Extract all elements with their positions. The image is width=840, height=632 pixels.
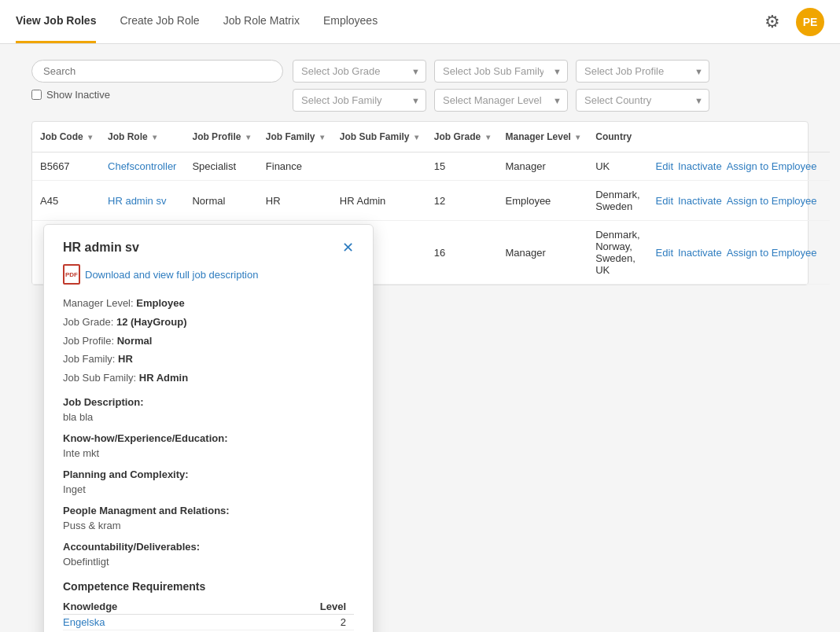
select-job-sub-family-wrap: Select Job Sub Family ▼ — [434, 60, 568, 83]
col-country: Country — [588, 122, 647, 152]
download-link[interactable]: Download and view full job description — [85, 269, 258, 281]
cell-manager-level: Manager — [498, 221, 588, 285]
user-avatar[interactable]: PE — [796, 8, 824, 36]
action-assign-to-employee[interactable]: Assign to Employee — [727, 195, 817, 207]
table-header: Job Code ▾ Job Role ▾ Job Profile ▾ Job … — [32, 122, 830, 152]
select-country[interactable]: Select Country — [576, 89, 709, 112]
filter-bar: Show Inactive Select Job Grade ▼ Select … — [31, 60, 809, 112]
action-inactivate[interactable]: Inactivate — [678, 247, 722, 259]
col-actions — [648, 122, 830, 152]
popup-meta: Manager Level: EmployeeJob Grade: 12 (Ha… — [63, 296, 354, 301]
cell-actions: EditInactivateAssign to Employee — [648, 221, 830, 285]
select-job-grade[interactable]: Select Job Grade — [293, 60, 426, 83]
sort-icon: ▾ — [246, 133, 250, 141]
nav-employees[interactable]: Employees — [323, 0, 378, 43]
cell-actions: EditInactivateAssign to Employee — [648, 181, 830, 221]
nav-right: ⚙ PE — [761, 8, 824, 36]
job-role-link[interactable]: HR admin sv — [108, 195, 166, 207]
select-job-profile[interactable]: Select Job Profile — [576, 60, 709, 83]
popup-title: HR admin sv — [63, 241, 139, 255]
cell-job-grade: 12 — [426, 181, 498, 221]
cell-job-grade: 15 — [426, 152, 498, 181]
sort-icon: ▾ — [88, 133, 92, 141]
select-job-grade-wrap: Select Job Grade ▼ — [293, 60, 426, 83]
sort-icon: ▾ — [153, 133, 157, 141]
show-inactive-checkbox[interactable] — [31, 90, 42, 100]
popup-download-row: PDF Download and view full job descripti… — [63, 264, 354, 285]
select-country-wrap: Select Country ▼ — [576, 89, 709, 112]
col-manager-level[interactable]: Manager Level ▾ — [498, 122, 588, 152]
top-navigation: View Job Roles Create Job Role Job Role … — [0, 0, 840, 44]
job-role-popup: HR admin sv ✕ PDF Download and view full… — [43, 224, 374, 301]
action-edit[interactable]: Edit — [656, 160, 673, 172]
cell-job-role[interactable]: Chefscontroller — [100, 152, 184, 181]
show-inactive-label: Show Inactive — [46, 89, 110, 101]
action-assign-to-employee[interactable]: Assign to Employee — [727, 160, 817, 172]
nav-create-job-role[interactable]: Create Job Role — [120, 0, 199, 43]
cell-job-sub-family: HR Admin — [332, 181, 426, 221]
cell-job-code: A45 — [32, 181, 100, 221]
cell-job-profile: Normal — [184, 181, 257, 221]
col-job-profile[interactable]: Job Profile ▾ — [184, 122, 257, 152]
col-job-family[interactable]: Job Family ▾ — [258, 122, 332, 152]
sort-icon: ▾ — [486, 133, 490, 141]
select-job-sub-family[interactable]: Select Job Sub Family — [434, 60, 568, 83]
search-input-wrap[interactable] — [31, 60, 283, 83]
action-inactivate[interactable]: Inactivate — [678, 160, 722, 172]
cell-actions: EditInactivateAssign to Employee — [648, 152, 830, 181]
cell-manager-level: Manager — [498, 152, 588, 181]
action-assign-to-employee[interactable]: Assign to Employee — [727, 247, 817, 259]
popup-header: HR admin sv ✕ — [63, 241, 354, 255]
settings-icon[interactable]: ⚙ — [761, 11, 783, 33]
cell-country: UK — [588, 152, 647, 181]
nav-links: View Job Roles Create Job Role Job Role … — [16, 0, 761, 43]
cell-job-profile: Specialist — [184, 152, 257, 181]
search-input[interactable] — [43, 65, 271, 77]
nav-view-job-roles[interactable]: View Job Roles — [16, 0, 96, 43]
cell-job-family: Finance — [258, 152, 332, 181]
select-job-family-wrap: Select Job Family ▼ — [293, 89, 426, 112]
action-edit[interactable]: Edit — [656, 195, 673, 207]
cell-country: Denmark, Sweden — [588, 181, 647, 221]
cell-job-family: HR — [258, 181, 332, 221]
job-role-link[interactable]: Chefscontroller — [108, 160, 176, 172]
select-manager-level[interactable]: Select Manager Level — [434, 89, 568, 112]
pdf-icon[interactable]: PDF — [63, 264, 80, 285]
action-inactivate[interactable]: Inactivate — [678, 195, 722, 207]
sort-icon: ▾ — [414, 133, 418, 141]
col-job-code[interactable]: Job Code ▾ — [32, 122, 100, 152]
cell-manager-level: Employee — [498, 181, 588, 221]
cell-job-code: B5667 — [32, 152, 100, 181]
dropdowns-row-2: Select Job Family ▼ Select Manager Level… — [293, 89, 709, 112]
table-row: A45HR admin svNormalHRHR Admin12Employee… — [32, 181, 830, 221]
select-job-profile-wrap: Select Job Profile ▼ — [576, 60, 709, 83]
close-icon[interactable]: ✕ — [342, 241, 354, 255]
dropdowns-row-1: Select Job Grade ▼ Select Job Sub Family… — [293, 60, 709, 83]
action-edit[interactable]: Edit — [656, 247, 673, 259]
select-manager-level-wrap: Select Manager Level ▼ — [434, 89, 568, 112]
col-job-grade[interactable]: Job Grade ▾ — [426, 122, 498, 152]
cell-job-role[interactable]: HR admin sv — [100, 181, 184, 221]
col-job-role[interactable]: Job Role ▾ — [100, 122, 184, 152]
search-column: Show Inactive — [31, 60, 283, 101]
table-row: B5667ChefscontrollerSpecialistFinance15M… — [32, 152, 830, 181]
inactive-highlight: Inactive — [75, 89, 110, 101]
dropdowns-column: Select Job Grade ▼ Select Job Sub Family… — [293, 60, 709, 112]
cell-job-grade: 16 — [426, 221, 498, 285]
nav-job-role-matrix[interactable]: Job Role Matrix — [223, 0, 300, 43]
show-inactive-row: Show Inactive — [31, 89, 283, 101]
popup-meta-item: Manager Level: Employee — [63, 296, 354, 301]
col-job-sub-family[interactable]: Job Sub Family ▾ — [332, 122, 426, 152]
sort-icon: ▾ — [320, 133, 324, 141]
sort-icon: ▾ — [576, 133, 580, 141]
select-job-family[interactable]: Select Job Family — [293, 89, 426, 112]
cell-job-sub-family — [332, 152, 426, 181]
cell-country: Denmark, Norway, Sweden, UK — [588, 221, 647, 285]
